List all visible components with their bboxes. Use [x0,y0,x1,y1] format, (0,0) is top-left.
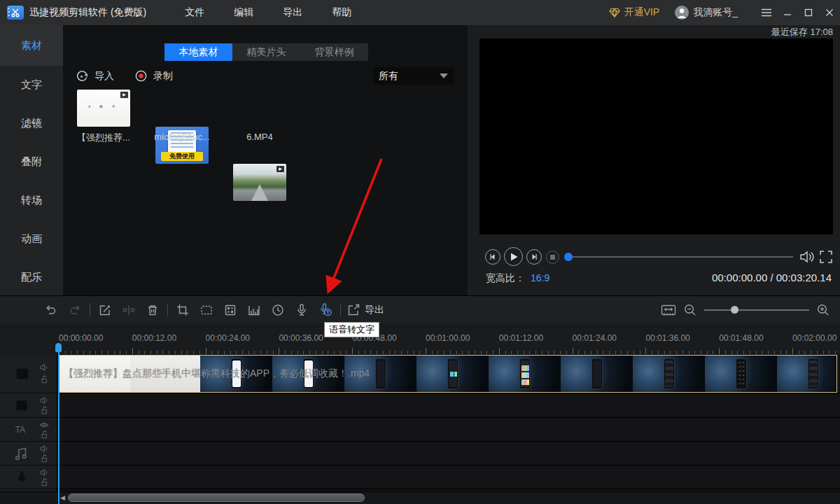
menu-export[interactable]: 导出 [268,1,317,24]
menu-help[interactable]: 帮助 [317,1,366,24]
import-icon [76,69,89,83]
stop-button[interactable] [546,251,559,264]
track3-lock-button[interactable] [39,430,49,440]
media-panel: 本地素材 精美片头 背景样例 导入 录制 所有 ● ◆ ★ ▶ [63,25,468,295]
import-label: 导入 [94,70,114,83]
playhead-handle[interactable] [55,343,62,352]
phone-thumbnail [736,358,747,389]
delete-button[interactable] [141,296,164,324]
video-clip[interactable]: 【强烈推荐】盘点那些手机中堪称黑科技的APP，务必低调收藏！.mp4 [59,355,837,393]
import-button[interactable]: 导入 [76,67,114,85]
phone-thumbnail [519,358,531,389]
track4-lock-button[interactable] [39,454,49,463]
close-button[interactable] [819,0,840,25]
account-button[interactable]: 我滴账号_ [675,6,738,20]
voiceover-button[interactable] [290,296,314,324]
media-item-label-2: mlofnq6Auc... [144,132,220,142]
media-filter-value: 所有 [379,70,398,83]
edit-clip-button[interactable] [93,296,117,324]
play-button[interactable] [504,247,523,266]
menu-bar: 文件 编辑 导出 帮助 [170,1,366,24]
split-button[interactable] [117,296,141,324]
sidebar-item-overlays[interactable]: 叠附 [0,143,63,181]
fullscreen-button[interactable] [819,250,833,264]
next-frame-icon [530,253,538,260]
video-badge-icon: ▶ [276,165,285,173]
app-title: 迅捷视频剪辑软件 (免费版) [29,6,146,19]
timeline-zoom-slider[interactable] [704,309,809,311]
mosaic-button[interactable] [218,296,242,324]
track-header-pip [0,393,56,418]
scroll-left-arrow[interactable]: ◀ [60,494,65,501]
track4-mute-button[interactable] [39,444,49,454]
zoom-in-button[interactable] [816,303,830,317]
preview-panel: 最近保存 17:08 宽高比：16:9 00:00:00.00 / 00:03:… [468,25,840,295]
export-button[interactable] [344,296,363,324]
export-label[interactable]: 导出 [365,304,384,316]
track2-mute-button[interactable] [39,396,49,405]
video-preview[interactable] [479,38,833,234]
undo-button[interactable] [39,296,63,324]
media-item-thumbnail-1[interactable]: ● ◆ ★ ▶ [77,90,130,127]
split-icon [122,303,136,317]
zoom-out-button[interactable] [683,303,697,317]
phone-thumbnail [808,358,819,389]
track5-lock-button[interactable] [39,477,49,487]
ruler-label: 00:00:24.00 [206,333,250,343]
tab-local-media[interactable]: 本地素材 [164,43,232,61]
clock-icon [271,303,285,317]
app-window: 迅捷视频剪辑软件 (免费版) 文件 编辑 导出 帮助 开通VIP 我滴账号_ [0,0,840,504]
scrollbar-thumb[interactable] [68,493,365,502]
clip-frame [561,356,633,392]
media-filter-dropdown[interactable]: 所有 [373,67,454,85]
sidebar-item-filters[interactable]: 滤镜 [0,104,63,143]
music-track-lane [56,442,840,465]
redo-button[interactable] [63,296,87,324]
levels-icon [247,303,261,317]
phone-thumbnail [447,358,458,389]
media-item-thumbnail-3[interactable]: ▶ [233,164,286,201]
crop-button[interactable] [171,296,195,324]
audio-levels-button[interactable] [242,296,266,324]
sidebar-item-text[interactable]: 文字 [0,66,63,104]
record-button[interactable]: 录制 [134,67,173,85]
aspect-ratio-value[interactable]: 16:9 [531,272,550,284]
timecode-display: 00:00:00.00 / 00:03:20.14 [712,272,832,284]
seek-bar[interactable] [566,256,793,258]
tab-intro-templates[interactable]: 精美片头 [232,43,300,61]
menu-edit[interactable]: 编辑 [219,1,268,24]
fit-timeline-button[interactable] [661,303,676,317]
prev-frame-button[interactable] [485,249,500,265]
sidebar-item-media[interactable]: 素材 [0,25,63,66]
track3-visibility-button[interactable] [39,420,49,430]
tab-background-samples[interactable]: 背景样例 [300,43,368,61]
timeline-zoom-handle[interactable] [731,306,738,314]
speech-to-text-button[interactable] [314,296,337,324]
track2-lock-button[interactable] [39,405,49,415]
playhead-line[interactable] [58,344,59,504]
window-menu-button[interactable] [756,0,777,25]
track5-mute-button[interactable] [39,468,49,477]
account-label: 我滴账号_ [693,6,738,19]
avatar [675,6,689,20]
sidebar-item-music[interactable]: 配乐 [0,258,63,297]
pip-track-lane [56,393,840,418]
next-frame-button[interactable] [526,249,542,265]
vip-button[interactable]: 开通VIP [609,6,660,19]
canvas-size-button[interactable] [195,296,218,324]
menu-file[interactable]: 文件 [170,1,219,24]
seek-handle[interactable] [564,253,573,261]
duration-button[interactable] [266,296,290,324]
track1-mute-button[interactable] [39,363,49,372]
ruler-label: 00:01:12.00 [499,333,543,343]
volume-button[interactable] [799,250,815,264]
edit-icon [98,303,112,317]
video-track-lane: 【强烈推荐】盘点那些手机中堪称黑科技的APP，务必低调收藏！.mp4 [56,354,840,393]
maximize-button[interactable] [798,0,819,25]
timeline: 00:00:00.0000:00:12.0000:00:24.0000:00:3… [0,323,840,504]
sidebar-item-transitions[interactable]: 转场 [0,181,63,220]
sidebar-item-animation[interactable]: 动画 [0,220,63,258]
track1-lock-button[interactable] [39,374,49,384]
timeline-ruler[interactable]: 00:00:00.0000:00:12.0000:00:24.0000:00:3… [59,329,840,354]
minimize-button[interactable] [777,0,798,25]
